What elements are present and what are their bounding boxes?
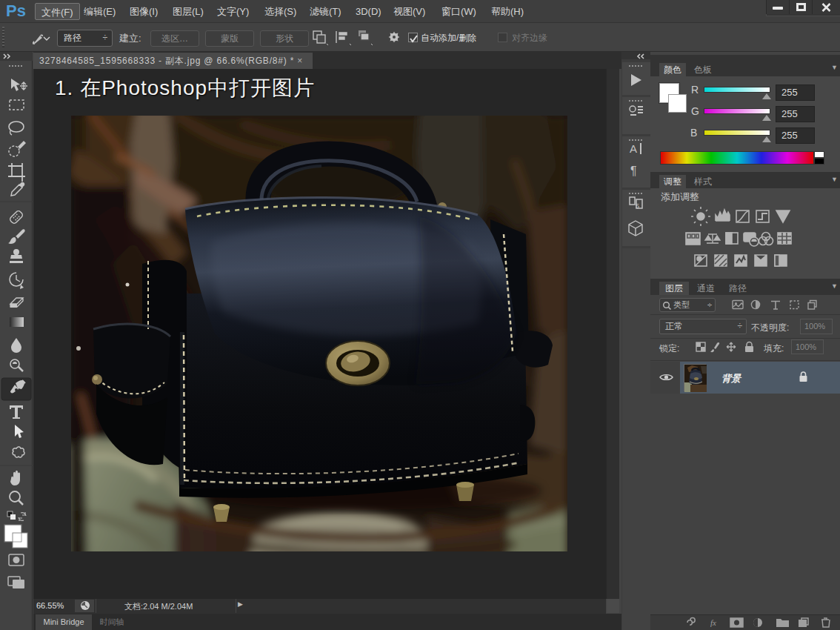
svg-text:A: A	[630, 142, 637, 155]
svg-text:5: 5	[636, 202, 639, 210]
svg-text:¶: ¶	[630, 165, 637, 177]
svg-text:fx: fx	[710, 618, 716, 627]
